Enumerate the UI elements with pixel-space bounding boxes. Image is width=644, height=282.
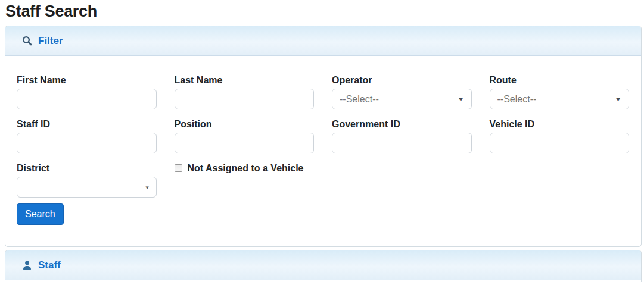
field-district: District ▼ <box>17 163 157 198</box>
staff-panel-header[interactable]: Staff <box>5 250 641 280</box>
route-label: Route <box>490 75 630 85</box>
field-position: Position <box>175 119 315 153</box>
not-assigned-label: Not Assigned to a Vehicle <box>188 163 304 173</box>
government-id-label: Government ID <box>332 119 472 129</box>
route-select[interactable]: --Select-- ▼ <box>490 89 630 109</box>
staff-panel-title: Staff <box>38 259 61 271</box>
first-name-label: First Name <box>17 75 157 85</box>
field-not-assigned-to-vehicle: Not Assigned to a Vehicle <box>175 163 315 173</box>
last-name-label: Last Name <box>175 75 315 85</box>
government-id-input[interactable] <box>332 133 472 153</box>
chevron-down-icon: ▼ <box>144 184 150 190</box>
route-select-value: --Select-- <box>497 94 537 105</box>
district-label: District <box>17 163 157 173</box>
district-select[interactable]: ▼ <box>17 177 157 198</box>
position-label: Position <box>175 119 315 129</box>
person-icon <box>22 260 32 270</box>
staff-id-label: Staff ID <box>17 119 157 129</box>
field-operator: Operator --Select-- ▼ <box>332 75 472 109</box>
search-button[interactable]: Search <box>17 203 64 225</box>
operator-select-value: --Select-- <box>340 94 379 105</box>
staff-id-input[interactable] <box>17 133 157 153</box>
filter-panel-title: Filter <box>38 35 63 47</box>
field-route: Route --Select-- ▼ <box>490 75 630 109</box>
operator-label: Operator <box>332 75 472 85</box>
vehicle-id-label: Vehicle ID <box>490 119 630 129</box>
staff-panel: Staff <box>5 250 642 282</box>
filter-panel: Filter First Name Last Name Operator --S… <box>5 26 642 247</box>
search-icon <box>22 36 32 46</box>
field-staff-id: Staff ID <box>17 119 157 153</box>
page: Staff Search Filter First Name Last Name <box>0 0 644 282</box>
field-last-name: Last Name <box>175 75 315 109</box>
field-government-id: Government ID <box>332 119 472 153</box>
filter-panel-body: First Name Last Name Operator --Select--… <box>5 56 641 246</box>
page-title: Staff Search <box>5 0 642 21</box>
vehicle-id-input[interactable] <box>490 133 630 153</box>
not-assigned-checkbox[interactable] <box>175 164 182 172</box>
first-name-input[interactable] <box>17 89 157 109</box>
last-name-input[interactable] <box>175 89 315 109</box>
field-vehicle-id: Vehicle ID <box>490 119 630 153</box>
grid-spacer <box>490 163 630 198</box>
field-first-name: First Name <box>17 75 157 109</box>
chevron-down-icon: ▼ <box>457 96 464 102</box>
filter-panel-header[interactable]: Filter <box>5 26 641 56</box>
position-input[interactable] <box>175 133 315 153</box>
filter-form-grid: First Name Last Name Operator --Select--… <box>17 75 629 198</box>
operator-select[interactable]: --Select-- ▼ <box>332 89 472 109</box>
chevron-down-icon: ▼ <box>615 96 622 102</box>
grid-spacer <box>332 163 472 198</box>
